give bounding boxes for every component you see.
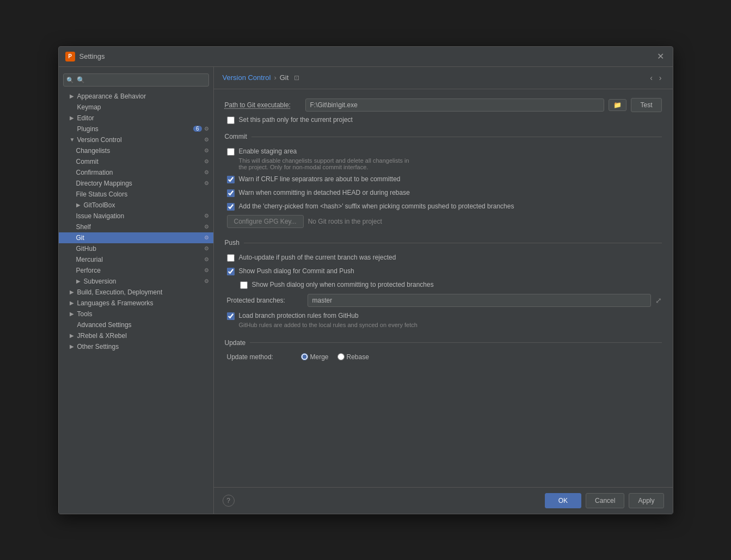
sidebar-item-commit[interactable]: Commit ⚙ <box>59 156 213 167</box>
sidebar-item-label-build-exec: Build, Execution, Deployment <box>77 288 163 296</box>
sidebar-item-mercurial[interactable]: Mercurial ⚙ <box>59 254 213 265</box>
mercurial-icon: ⚙ <box>204 256 209 262</box>
apply-button[interactable]: Apply <box>629 493 664 508</box>
test-button[interactable]: Test <box>631 98 661 112</box>
sidebar-item-label-appearance: Appearance & Behavior <box>77 93 146 100</box>
current-project-checkbox[interactable] <box>227 116 235 124</box>
issue-nav-icon: ⚙ <box>204 213 209 219</box>
changelists-icon: ⚙ <box>204 147 209 153</box>
sidebar-item-label-shelf: Shelf <box>76 223 91 231</box>
protected-branches-input[interactable] <box>308 294 651 307</box>
no-roots-text: No Git roots in the project <box>308 218 382 225</box>
sidebar-item-version-control[interactable]: ▼ Version Control ⚙ <box>59 134 213 145</box>
expand-arrow-languages: ▶ <box>70 300 75 306</box>
detached-checkbox[interactable] <box>227 189 235 197</box>
sidebar-item-jrebel[interactable]: ▶ JRebel & XRebel <box>59 330 213 341</box>
sidebar-item-label-languages: Languages & Frameworks <box>77 299 153 307</box>
git-path-input[interactable] <box>305 99 605 112</box>
help-button[interactable]: ? <box>223 495 235 507</box>
auto-update-checkbox[interactable] <box>227 254 235 262</box>
breadcrumb-current: Git <box>280 73 289 82</box>
sidebar-item-label-file-status-colors: File Status Colors <box>76 190 128 198</box>
sidebar-item-subversion[interactable]: ▶ Subversion ⚙ <box>59 276 213 287</box>
expand-arrow-tools: ▶ <box>70 311 75 317</box>
sidebar-item-advanced-settings[interactable]: Advanced Settings <box>59 319 213 330</box>
update-section: Update Update method: Merge Rebase <box>225 339 662 361</box>
sidebar-item-issue-navigation[interactable]: Issue Navigation ⚙ <box>59 211 213 221</box>
rebase-radio-option[interactable]: Rebase <box>337 353 369 361</box>
sidebar-item-label-directory-mappings: Directory Mappings <box>76 180 132 187</box>
sidebar-item-label-version-control: Version Control <box>77 136 122 144</box>
sidebar-item-changelists[interactable]: Changelists ⚙ <box>59 145 213 156</box>
sidebar-item-label-github: GitHub <box>76 245 96 253</box>
plugins-badge: 6 <box>193 126 202 132</box>
footer-buttons: OK Cancel Apply <box>545 493 664 508</box>
sidebar-item-label-mercurial: Mercurial <box>76 256 103 263</box>
sidebar-item-label-editor: Editor <box>77 114 94 122</box>
staging-checkbox-row: Enable staging area This will disable ch… <box>225 147 662 170</box>
crlf-checkbox[interactable] <box>227 176 235 183</box>
sidebar-item-label-perforce: Perforce <box>76 267 101 274</box>
rebase-radio[interactable] <box>337 353 345 360</box>
configure-gpg-button[interactable]: Configure GPG Key... <box>227 215 304 228</box>
sidebar-item-tools[interactable]: ▶ Tools <box>59 309 213 319</box>
sidebar-item-github[interactable]: GitHub ⚙ <box>59 243 213 254</box>
dialog-footer: ? OK Cancel Apply <box>214 487 673 514</box>
protected-branches-expand-button[interactable]: ⤢ <box>655 296 662 305</box>
sidebar-item-build-exec[interactable]: ▶ Build, Execution, Deployment <box>59 287 213 298</box>
auto-update-checkbox-row: Auto-update if push of the current branc… <box>225 253 662 262</box>
path-label: Path to Git executable: <box>225 101 301 109</box>
dialog-body: 🔍 ▶ Appearance & Behavior Keymap ▶ Edito… <box>59 67 673 514</box>
nav-back-button[interactable]: ‹ <box>648 72 655 83</box>
merge-label: Merge <box>310 353 329 361</box>
expand-arrow-subversion: ▶ <box>76 278 82 284</box>
folder-button[interactable]: 📁 <box>609 99 626 111</box>
update-method-row: Update method: Merge Rebase <box>225 353 662 361</box>
push-section-header: Push <box>225 239 662 247</box>
staging-checkbox[interactable] <box>227 148 235 156</box>
sidebar-item-other-settings[interactable]: ▶ Other Settings <box>59 341 213 352</box>
sidebar-item-perforce[interactable]: Perforce ⚙ <box>59 265 213 276</box>
sidebar-item-label-keymap: Keymap <box>77 103 101 111</box>
nav-forward-button[interactable]: › <box>657 72 664 83</box>
load-rules-label: Load branch protection rules from GitHub <box>239 311 417 321</box>
merge-radio[interactable] <box>301 353 308 360</box>
sidebar-item-directory-mappings[interactable]: Directory Mappings ⚙ <box>59 178 213 189</box>
sidebar-item-label-tools: Tools <box>77 310 93 318</box>
merge-radio-option[interactable]: Merge <box>301 353 329 361</box>
search-input[interactable] <box>63 73 209 87</box>
cherry-checkbox[interactable] <box>227 203 235 211</box>
sidebar-item-plugins[interactable]: Plugins 6 ⚙ <box>59 124 213 134</box>
dialog-title: Settings <box>79 52 105 60</box>
crlf-checkbox-row: Warn if CRLF line separators are about t… <box>225 175 662 184</box>
protected-branches-row: Protected branches: ⤢ <box>225 294 662 307</box>
cancel-button[interactable]: Cancel <box>586 493 624 508</box>
ok-button[interactable]: OK <box>545 493 581 508</box>
sidebar-item-languages[interactable]: ▶ Languages & Frameworks <box>59 298 213 309</box>
settings-dialog: P Settings ✕ 🔍 ▶ Appearance & Behavior K… <box>58 46 673 514</box>
search-icon: 🔍 <box>66 76 74 83</box>
sidebar-item-label-git: Git <box>76 234 84 242</box>
show-push-dialog-checkbox[interactable] <box>227 268 235 275</box>
subversion-icon: ⚙ <box>204 278 209 284</box>
sidebar-item-git[interactable]: Git ⚙ <box>59 232 213 243</box>
sidebar-item-label-commit: Commit <box>76 158 99 165</box>
sidebar-item-keymap[interactable]: Keymap <box>59 102 213 113</box>
close-button[interactable]: ✕ <box>655 51 666 62</box>
update-section-header: Update <box>225 339 662 347</box>
sidebar-item-shelf[interactable]: Shelf ⚙ <box>59 221 213 232</box>
update-method-label: Update method: <box>227 353 292 361</box>
sidebar-item-gittoolbox[interactable]: ▶ GitToolBox <box>59 200 213 211</box>
cherry-checkbox-row: Add the 'cherry-picked from <hash>' suff… <box>225 202 662 211</box>
sidebar-item-appearance[interactable]: ▶ Appearance & Behavior <box>59 91 213 102</box>
sidebar-item-editor[interactable]: ▶ Editor <box>59 113 213 124</box>
load-rules-checkbox[interactable] <box>227 312 235 320</box>
crlf-label: Warn if CRLF line separators are about t… <box>239 175 401 184</box>
sidebar-item-file-status-colors[interactable]: File Status Colors <box>59 189 213 200</box>
show-push-dialog-label: Show Push dialog for Commit and Push <box>239 267 354 276</box>
show-push-protected-checkbox[interactable] <box>240 281 248 289</box>
plugins-settings-icon: ⚙ <box>204 126 209 132</box>
sidebar-item-confirmation[interactable]: Confirmation ⚙ <box>59 167 213 178</box>
staging-label: Enable staging area <box>239 147 409 156</box>
breadcrumb-parent[interactable]: Version Control <box>223 73 271 82</box>
